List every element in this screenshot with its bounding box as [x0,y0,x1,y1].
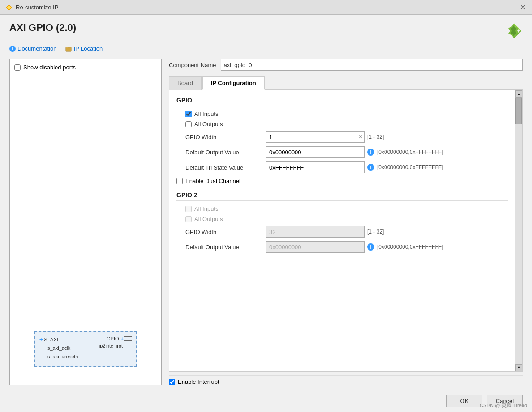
info-icon: i [9,46,16,52]
ip-location-link[interactable]: IP Location [65,45,103,52]
ip-block: + S_AXI — s_axi_aclk — s_axi_aresetn [34,331,137,367]
scrollbar-track[interactable] [515,98,522,364]
ip-block-header: + S_AXI — s_axi_aclk — s_axi_aresetn [39,336,132,360]
show-disabled-row: Show disabled ports [14,64,157,71]
enable-interrupt-checkbox[interactable] [169,379,175,385]
default-tristate-input[interactable] [266,161,365,173]
default-output-input-wrapper: i [0x00000000,0xFFFFFFFF] [266,146,443,158]
gpio-port: GPIO + [107,336,132,341]
gpio2-width-range: [1 - 32] [367,229,384,235]
gpio2-default-output-input[interactable] [266,241,365,253]
enable-dual-label: Enable Dual Channel [185,178,240,184]
ip-diagram: + S_AXI — s_axi_aclk — s_axi_aresetn [34,331,137,367]
default-output-input[interactable] [266,146,365,158]
gpio2-default-output-wrapper: i [0x00000000,0xFFFFFFFF] [266,241,443,253]
ip-block-right: GPIO + ip2intc_irpt [99,336,132,348]
component-name-row: Component Name [169,59,523,71]
config-scrollbar[interactable]: ▲ ▼ [515,90,522,371]
gpio2-default-output-label: Default Output Value [185,244,266,251]
documentation-link[interactable]: i Documentation [9,45,56,52]
gpio2-width-input-wrapper: [1 - 32] [266,226,384,238]
folder-icon [65,46,72,52]
app-icon [5,4,13,12]
irpt-port: ip2intc_irpt [99,343,132,348]
ip-location-label: IP Location [73,45,103,52]
port-aresetn: — s_axi_aresetn [39,353,78,360]
all-outputs-row: All Outputs [176,121,508,127]
config-panel: GPIO All Inputs All Outputs [169,90,523,372]
documentation-label: Documentation [17,45,56,52]
config-scroll-area[interactable]: GPIO All Inputs All Outputs [169,90,515,371]
main-layout: Show disabled ports + S_AXI [9,59,523,385]
enable-dual-checkbox[interactable] [176,178,183,184]
show-disabled-label: Show disabled ports [23,64,76,71]
gpio-section-header: GPIO [176,97,508,106]
component-name-label: Component Name [169,62,216,68]
gpio2-all-outputs-label: All Outputs [185,216,223,222]
left-panel: Show disabled ports + S_AXI [9,59,162,385]
default-tristate-info-icon[interactable]: i [367,164,374,171]
all-outputs-label: All Outputs [185,121,223,127]
all-outputs-checkbox[interactable] [185,121,192,127]
tabs-row: Board IP Configuration [169,76,523,90]
gpio2-section-header: GPIO 2 [176,191,508,201]
gpio-width-clear-btn[interactable]: ✕ [358,134,363,140]
dialog-header: AXI GPIO (2.0) [9,22,523,40]
svg-rect-8 [66,47,71,51]
title-bar-left: Re-customize IP [5,4,58,12]
default-tristate-range: [0x00000000,0xFFFFFFFF] [377,164,443,170]
all-inputs-row: All Inputs [176,110,508,117]
xilinx-logo [505,22,523,40]
default-tristate-input-wrapper: i [0x00000000,0xFFFFFFFF] [266,161,443,173]
gpio2-all-inputs-row: All Inputs [176,205,508,212]
right-panel: Component Name Board IP Configuration GP… [169,59,523,385]
port-saxi: + S_AXI [39,336,78,343]
component-name-input[interactable] [221,59,523,71]
port-aclk: — s_axi_aclk [39,344,78,351]
scrollbar-thumb[interactable] [515,98,522,124]
default-output-info-icon[interactable]: i [367,149,374,156]
scroll-down-btn[interactable]: ▼ [515,364,523,371]
default-output-row: Default Output Value i [0x00000000,0xFFF… [185,146,508,158]
enable-interrupt-row: Enable Interrupt [169,375,523,385]
gpio-width-input-container: ✕ [266,131,365,143]
gpio2-default-output-info-icon[interactable]: i [367,243,374,251]
enable-interrupt-label: Enable Interrupt [178,378,219,385]
ok-button[interactable]: OK [446,395,482,407]
gpio2-all-outputs-row: All Outputs [176,216,508,222]
dialog-content: AXI GPIO (2.0) i Documentation [0,15,532,390]
show-disabled-checkbox[interactable] [14,64,21,71]
default-tristate-row: Default Tri State Value i [0x00000000,0x… [185,161,508,173]
default-output-range: [0x00000000,0xFFFFFFFF] [377,149,443,155]
gpio2-all-inputs-label: All Inputs [185,205,218,212]
default-output-label: Default Output Value [185,149,266,156]
bottom-buttons-row: OK Cancel [0,390,532,412]
dialog-window: Re-customize IP ✕ AXI GPIO (2.0) i Docum… [0,0,532,412]
all-inputs-checkbox[interactable] [185,111,192,117]
ip-block-left: + S_AXI — s_axi_aclk — s_axi_aresetn [39,336,78,360]
dialog-title-text: Re-customize IP [16,4,58,11]
gpio2-all-inputs-checkbox[interactable] [185,206,192,212]
gpio-width-label: GPIO Width [185,134,266,140]
gpio-width-row: GPIO Width ✕ [1 - 32] [185,131,508,143]
tab-board[interactable]: Board [169,76,202,90]
gpio-width-range: [1 - 32] [367,134,384,140]
gpio-width-input-wrapper: ✕ [1 - 32] [266,131,384,143]
links-row: i Documentation IP Location [9,45,523,52]
scroll-up-btn[interactable]: ▲ [515,90,523,98]
gpio-width-input[interactable] [266,131,365,143]
gpio2-width-input[interactable] [266,226,365,238]
all-inputs-label: All Inputs [185,110,218,117]
gpio2-width-row: GPIO Width [1 - 32] [185,226,508,238]
gpio2-width-label: GPIO Width [185,229,266,235]
watermark: CSDN @ 灵风_Brend [480,402,527,409]
default-tristate-label: Default Tri State Value [185,164,266,171]
gpio2-default-output-range: [0x00000000,0xFFFFFFFF] [377,244,443,250]
enable-dual-row: Enable Dual Channel [176,178,508,184]
gpio2-default-output-row: Default Output Value i [0x00000000,0xFFF… [185,241,508,253]
tab-ip-configuration[interactable]: IP Configuration [202,76,265,90]
gpio2-all-outputs-checkbox[interactable] [185,216,192,222]
close-button[interactable]: ✕ [518,3,527,12]
title-bar: Re-customize IP ✕ [0,0,532,15]
ip-title: AXI GPIO (2.0) [9,22,76,34]
